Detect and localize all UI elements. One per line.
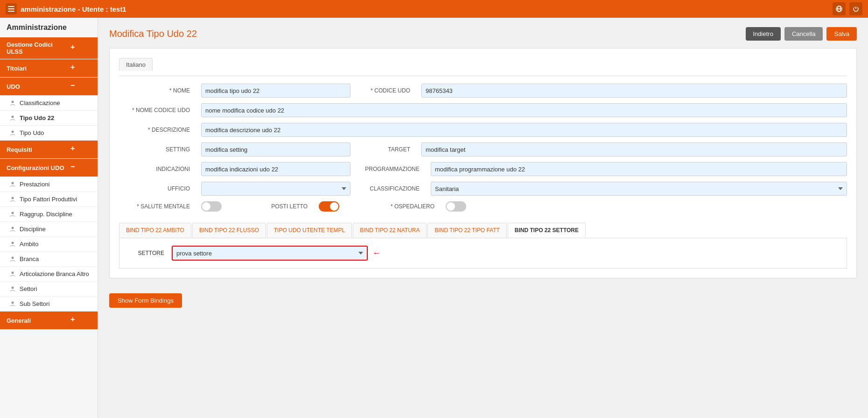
svg-point-7 — [12, 115, 14, 118]
sidebar-section-titolari[interactable]: Titolari + — [0, 59, 98, 77]
programmazione-input[interactable] — [431, 162, 847, 176]
posti-letto-label: POSTI LETTO — [265, 203, 311, 210]
sidebar-toggle-configurazioni-udo: − — [70, 163, 91, 173]
svg-rect-2 — [8, 11, 14, 12]
salva-button[interactable]: Salva — [826, 27, 857, 41]
sidebar-section-requisiti[interactable]: Requisiti + — [0, 141, 98, 158]
form-row-ufficio: UFFICIO CLASSIFICAZIONE Sanitaria — [119, 182, 847, 196]
form-row-nome-codice: * NOME CODICE UDO — [119, 103, 847, 117]
indietro-button[interactable]: Indietro — [746, 27, 781, 41]
sidebar-toggle-udo: − — [70, 81, 91, 92]
svg-point-12 — [12, 227, 14, 229]
ufficio-label: UFFICIO — [119, 185, 194, 192]
sidebar-title: Amministrazione — [0, 18, 98, 37]
svg-point-11 — [12, 212, 14, 214]
ufficio-select[interactable] — [201, 182, 350, 196]
bind-section: SETTORE prova settore settore 1 settore … — [119, 238, 847, 269]
ospedaliero-toggle[interactable] — [446, 201, 466, 212]
bind-tab-natura[interactable]: BIND TIPO 22 NATURA — [353, 223, 427, 238]
menu-icon[interactable] — [6, 3, 17, 14]
svg-point-13 — [12, 241, 14, 244]
sidebar-item-settori[interactable]: Settori — [0, 282, 98, 297]
top-bar: amministrazione - Utente : test1 — [0, 0, 868, 18]
svg-point-14 — [12, 256, 14, 259]
ospedaliero-knob — [447, 202, 455, 211]
bind-tab-tipo-fatt[interactable]: BIND TIPO 22 TIPO FATT — [427, 223, 506, 238]
indicazioni-input[interactable] — [201, 162, 350, 176]
sidebar-item-articolazione-branca[interactable]: Articolazione Branca Altro — [0, 267, 98, 282]
bind-tab-utente-templ[interactable]: TIPO UDO UTENTE TEMPL — [267, 223, 352, 238]
form-row-setting: SETTING TARGET — [119, 142, 847, 156]
bind-select-wrap: prova settore settore 1 settore 2 ← — [172, 246, 381, 261]
codice-udo-input[interactable] — [421, 84, 847, 98]
content-area: Modifica Tipo Udo 22 Indietro Cancella S… — [98, 18, 868, 418]
arrow-indicator: ← — [372, 248, 381, 258]
sidebar-item-tipo-udo[interactable]: Tipo Udo — [0, 126, 98, 141]
lang-tab[interactable]: Italiano — [119, 58, 153, 71]
sidebar-item-discipline[interactable]: Discipline — [0, 222, 98, 237]
globe-button[interactable] — [833, 2, 846, 15]
sidebar: Amministrazione Gestione Codici ULSS + T… — [0, 18, 98, 418]
posti-letto-knob — [330, 202, 338, 211]
sidebar-item-ambito[interactable]: Ambito — [0, 237, 98, 252]
svg-rect-0 — [8, 6, 14, 7]
sidebar-toggle-generali: + — [70, 315, 91, 326]
bind-row-settore: SETTORE prova settore settore 1 settore … — [127, 246, 839, 261]
sidebar-item-classificazione[interactable]: Classificazione — [0, 96, 98, 111]
target-label: TARGET — [358, 146, 414, 153]
nome-label: * NOME — [119, 87, 194, 94]
sidebar-item-tipo-fattori[interactable]: Tipo Fattori Produttivi — [0, 192, 98, 207]
svg-point-16 — [12, 286, 14, 289]
sidebar-section-gestione-codici[interactable]: Gestione Codici ULSS + — [0, 37, 98, 59]
ospedaliero-label: * OSPEDALIERO — [382, 203, 438, 210]
bind-tab-flusso[interactable]: BIND TIPO 22 FLUSSO — [192, 223, 266, 238]
svg-point-8 — [12, 130, 14, 133]
salute-mentale-label: * SALUTE MENTALE — [119, 203, 194, 210]
bind-tab-ambito[interactable]: BIND TIPO 22 AMBITO — [119, 223, 191, 238]
descrizione-label: * DESCRIZIONE — [119, 127, 194, 133]
app-title: amministrazione - Utente : test1 — [21, 5, 126, 13]
settore-select[interactable]: prova settore settore 1 settore 2 — [172, 246, 368, 261]
sidebar-item-branca[interactable]: Branca — [0, 252, 98, 267]
programmazione-label: PROGRAMMAZIONE — [358, 166, 423, 172]
form-row-indicazioni: INDICAZIONI PROGRAMMAZIONE — [119, 162, 847, 176]
svg-point-15 — [12, 271, 14, 274]
show-bindings-button[interactable]: Show Form Bindings — [109, 293, 182, 308]
codice-udo-label: * CODICE UDO — [358, 87, 414, 94]
svg-point-10 — [12, 197, 14, 199]
classificazione-select[interactable]: Sanitaria — [431, 182, 847, 196]
posti-letto-toggle[interactable] — [319, 201, 339, 212]
sidebar-section-configurazioni-udo[interactable]: Configurazioni UDO − — [0, 159, 98, 177]
sidebar-item-sub-settori[interactable]: Sub Settori — [0, 297, 98, 312]
form-row-toggles: * SALUTE MENTALE POSTI LETTO * OSPEDALIE… — [119, 201, 847, 212]
form-card: Italiano * NOME * CODICE UDO * NOME CODI… — [109, 48, 857, 278]
sidebar-item-tipo-udo-22[interactable]: Tipo Udo 22 — [0, 111, 98, 126]
power-button[interactable] — [849, 2, 862, 15]
settore-label: SETTORE — [127, 250, 164, 256]
salute-mentale-knob — [202, 202, 210, 211]
target-input[interactable] — [421, 142, 847, 156]
nome-input[interactable] — [201, 84, 350, 98]
sidebar-toggle-titolari: + — [70, 63, 91, 73]
form-row-descrizione: * DESCRIZIONE — [119, 123, 847, 137]
sidebar-item-raggrup-discipline[interactable]: Raggrup. Discipline — [0, 207, 98, 222]
svg-point-9 — [12, 182, 14, 184]
svg-rect-1 — [8, 8, 14, 9]
indicazioni-label: INDICAZIONI — [119, 166, 194, 172]
form-divider — [119, 76, 847, 76]
sidebar-item-prestazioni[interactable]: Prestazioni — [0, 177, 98, 192]
bind-tab-settore[interactable]: BIND TIPO 22 SETTORE — [508, 223, 586, 238]
header-buttons: Indietro Cancella Salva — [746, 27, 857, 41]
setting-input[interactable] — [201, 142, 350, 156]
salute-mentale-toggle[interactable] — [201, 201, 222, 212]
sidebar-section-udo[interactable]: UDO − — [0, 78, 98, 95]
nome-codice-input[interactable] — [201, 103, 847, 117]
header-row: Modifica Tipo Udo 22 Indietro Cancella S… — [109, 27, 857, 41]
sidebar-toggle-gestione-codici: + — [70, 43, 91, 53]
top-bar-right — [833, 2, 862, 15]
form-row-nome: * NOME * CODICE UDO — [119, 84, 847, 98]
cancella-button[interactable]: Cancella — [784, 27, 823, 41]
descrizione-input[interactable] — [201, 123, 847, 137]
sidebar-section-generali[interactable]: Generali + — [0, 312, 98, 329]
setting-label: SETTING — [119, 146, 194, 153]
